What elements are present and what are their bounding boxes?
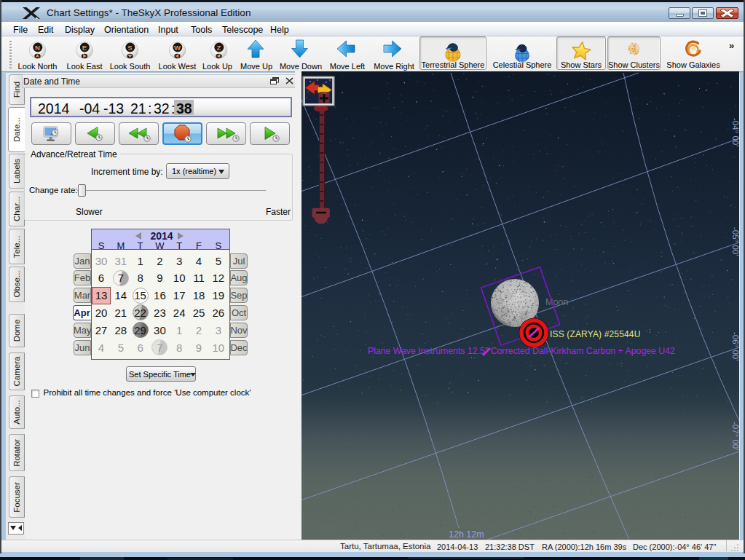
svg-text:-06° 00': -06° 00'	[731, 332, 740, 360]
svg-text:Plane Wave Instruments 12.5" C: Plane Wave Instruments 12.5" Corrected D…	[368, 346, 675, 356]
svg-text:ISS (ZARYA) #25544U: ISS (ZARYA) #25544U	[550, 329, 640, 339]
svg-text:-07° 00': -07° 00'	[731, 422, 740, 450]
svg-text:N: N	[35, 44, 40, 52]
svg-text:»: »	[729, 40, 734, 51]
svg-text:E: E	[82, 44, 87, 52]
svg-text:Moon: Moon	[545, 297, 568, 307]
svg-text:-05° 00': -05° 00'	[731, 227, 740, 256]
svg-text:-04° 00': -04° 00'	[731, 118, 740, 146]
svg-text:Z: Z	[217, 44, 221, 52]
svg-text:S: S	[127, 44, 132, 52]
svg-text:12h 12m: 12h 12m	[449, 529, 484, 540]
svg-text:W: W	[174, 44, 181, 52]
